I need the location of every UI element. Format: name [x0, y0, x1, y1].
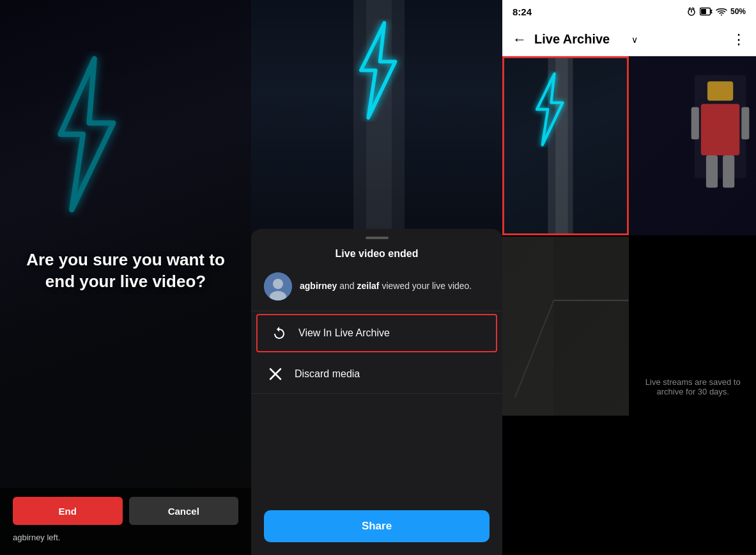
clock-replay-icon [270, 324, 288, 342]
status-icons: 50% [686, 6, 746, 17]
status-time: 8:24 [513, 6, 532, 17]
svg-rect-24 [700, 104, 739, 156]
archive-thumb-3[interactable] [502, 237, 629, 416]
viewer2-name: zeilaf [357, 281, 380, 291]
more-options-button[interactable]: ⋮ [732, 31, 746, 48]
status-bar: 8:24 50% [502, 0, 756, 23]
archive-info-text: Live streams are saved to archive for 30… [630, 377, 757, 396]
end-live-button[interactable]: End [13, 497, 123, 525]
live-ended-sheet: Live video ended agbirney and zeilaf vie… [251, 229, 502, 555]
archive-grid: Live streams are saved to archive for 30… [502, 56, 756, 416]
thumb1-lightning [523, 71, 575, 148]
battery-icon [700, 7, 713, 16]
title-chevron-icon[interactable]: ∨ [631, 35, 638, 45]
svg-rect-23 [707, 81, 732, 100]
alarm-icon [686, 6, 697, 17]
live-video-thumbnail [251, 0, 502, 233]
svg-rect-25 [691, 107, 698, 139]
panel1-bottom-bar: End Cancel agbirney left. [0, 488, 251, 555]
svg-rect-27 [706, 155, 717, 187]
wifi-signal-icon [716, 7, 727, 16]
archive-thumb-2[interactable] [630, 56, 757, 235]
viewer-avatar [264, 272, 292, 301]
discard-media-item[interactable]: Discard media [251, 355, 502, 394]
viewer-status-text: agbirney left. [13, 533, 238, 542]
sheet-title: Live video ended [251, 239, 502, 266]
discard-media-label: Discard media [295, 368, 360, 380]
back-button[interactable]: ← [513, 31, 527, 48]
view-live-archive-label: View In Live Archive [298, 327, 390, 339]
svg-rect-28 [723, 155, 734, 187]
svg-rect-26 [741, 107, 749, 139]
viewers-connector: and [337, 281, 357, 291]
viewer1-name: agbirney [300, 281, 337, 291]
panel-live-ended: Live video ended agbirney and zeilaf vie… [251, 0, 502, 555]
svg-rect-33 [502, 237, 554, 416]
svg-line-11 [693, 8, 694, 9]
thumb3-bg [502, 237, 629, 416]
archive-header: ← Live Archive ∨ ⋮ [502, 23, 756, 56]
battery-percent: 50% [730, 7, 746, 16]
view-live-archive-item[interactable]: View In Live Archive [256, 314, 497, 352]
svg-rect-13 [701, 9, 706, 14]
thumb2-bg [630, 56, 757, 235]
panel1-action-buttons: End Cancel [13, 497, 238, 525]
thumb-lightning-icon [345, 19, 409, 121]
end-live-question: Are you sure you want to end your live v… [0, 249, 251, 293]
svg-line-10 [689, 8, 690, 9]
archive-thumb-1[interactable] [502, 56, 629, 235]
page-title: Live Archive [534, 32, 629, 47]
share-button[interactable]: Share [264, 510, 490, 542]
svg-point-17 [721, 15, 722, 16]
panel-live-archive: 8:24 50% [502, 0, 756, 555]
panel-end-live: Are you sure you want to end your live v… [0, 0, 251, 555]
archive-info-cell: Live streams are saved to archive for 30… [630, 237, 757, 416]
close-x-icon [266, 365, 284, 383]
avatar-image [264, 272, 292, 301]
viewers-row: agbirney and zeilaf viewed your live vid… [251, 266, 502, 311]
viewers-text: agbirney and zeilaf viewed your live vid… [300, 280, 472, 293]
svg-point-4 [273, 279, 283, 289]
cancel-end-button[interactable]: Cancel [129, 497, 239, 525]
viewers-suffix: viewed your live video. [380, 281, 472, 291]
